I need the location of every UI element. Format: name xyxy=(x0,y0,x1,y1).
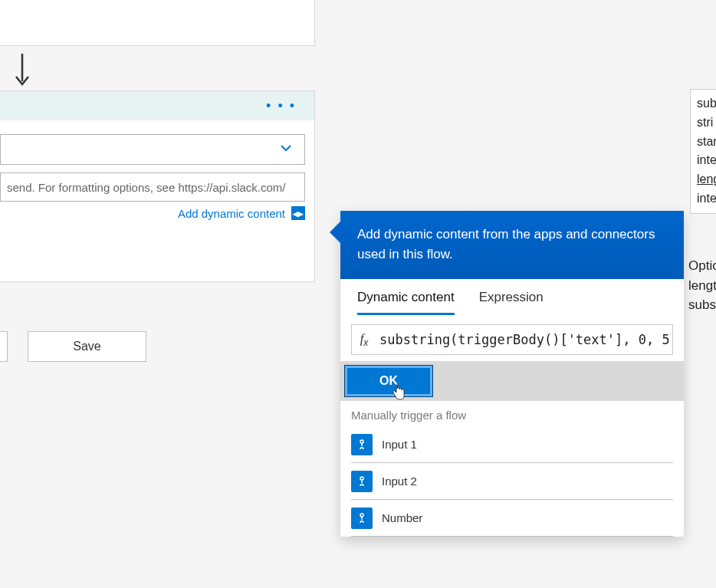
popover-header-text: Add dynamic content from the apps and co… xyxy=(340,211,684,279)
action-card-header[interactable]: • • • xyxy=(0,91,314,120)
tab-expression[interactable]: Expression xyxy=(479,290,544,315)
dynamic-item-input-1[interactable]: Input 1 xyxy=(351,426,673,463)
trigger-section-label: Manually trigger a flow xyxy=(340,401,684,426)
ok-button[interactable]: OK xyxy=(345,366,432,396)
touch-icon xyxy=(351,508,373,529)
popover-caret-icon xyxy=(330,222,340,243)
svg-point-2 xyxy=(360,477,363,480)
dynamic-item-number[interactable]: Number xyxy=(351,500,673,537)
ok-bar: OK xyxy=(340,361,684,401)
expression-input[interactable]: substring(triggerBody()['text'], 0, 5) xyxy=(376,332,672,347)
more-options-icon[interactable]: • • • xyxy=(266,98,296,114)
item-label: Input 1 xyxy=(382,438,417,451)
item-label: Number xyxy=(382,511,422,524)
save-button[interactable]: Save xyxy=(28,331,146,362)
add-dynamic-content-button[interactable]: ◂▸ xyxy=(291,206,305,220)
signature-tooltip-fragment: subs stri star inte leng inte xyxy=(690,89,716,214)
ok-button-label: OK xyxy=(379,374,398,388)
slack-action-card: • • • send. For formatting options, see … xyxy=(0,90,315,282)
message-text-input[interactable]: send. For formatting options, see https:… xyxy=(0,172,305,202)
description-tooltip-fragment: Optio lengt subst xyxy=(688,256,716,315)
previous-step-card[interactable] xyxy=(0,0,315,46)
touch-icon xyxy=(351,434,373,455)
item-label: Input 2 xyxy=(382,475,417,488)
expression-input-row[interactable]: fx substring(triggerBody()['text'], 0, 5… xyxy=(351,324,673,355)
svg-point-1 xyxy=(360,440,363,443)
flow-connector-arrow xyxy=(11,48,34,94)
channel-dropdown[interactable] xyxy=(0,134,305,165)
dynamic-content-popover: Add dynamic content from the apps and co… xyxy=(340,211,684,537)
tab-dynamic-content[interactable]: Dynamic content xyxy=(357,290,455,315)
chevron-down-icon xyxy=(278,140,294,159)
svg-point-3 xyxy=(360,514,363,517)
partial-button[interactable] xyxy=(0,331,8,362)
touch-icon xyxy=(351,471,373,492)
fx-icon: fx xyxy=(352,331,376,348)
message-placeholder-text: send. For formatting options, see https:… xyxy=(7,181,286,194)
dynamic-item-input-2[interactable]: Input 2 xyxy=(351,463,673,500)
popover-tabs: Dynamic content Expression xyxy=(340,279,684,315)
add-dynamic-content-link[interactable]: Add dynamic content xyxy=(178,207,285,220)
save-button-label: Save xyxy=(73,340,100,353)
plus-collapse-icon: ◂▸ xyxy=(293,209,304,218)
